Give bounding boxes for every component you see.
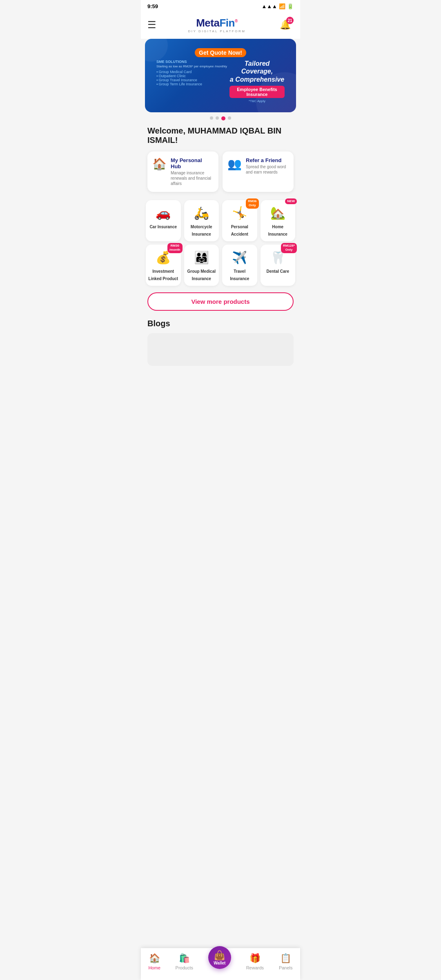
product-dental-care[interactable]: RM128*Only 🦷 Dental Care [261, 245, 296, 286]
personal-hub-desc: Manage insurance renewals and financial … [171, 170, 214, 186]
status-icons: ▲▲▲ 📶 🔋 [261, 3, 294, 9]
banner-dots [141, 116, 300, 120]
banner-coverage-label: ▪ Group Medical Card ▪ Outpatient Clinic… [156, 70, 227, 86]
dot-4[interactable] [228, 116, 231, 120]
banner-sme: SME SOLUTIONS [156, 60, 227, 64]
travel-insurance-icon: ✈️ [225, 250, 255, 265]
refer-friend-info: Refer a Friend Spread the good word and … [246, 157, 289, 175]
notification-bell[interactable]: 🔔 21 [277, 17, 294, 33]
status-bar: 9:59 ▲▲▲ 📶 🔋 [141, 0, 300, 13]
refer-friend-desc: Spread the good word and earn rewards [246, 164, 289, 175]
refer-friend-title: Refer a Friend [246, 157, 289, 163]
blogs-section-title: Blogs [141, 319, 300, 328]
travel-insurance-label: Travel Insurance [230, 269, 249, 281]
banner[interactable]: Get Quote Now! SME SOLUTIONS Starting as… [145, 39, 296, 112]
investment-linked-badge: RM30/month [167, 243, 183, 253]
brand-fin: Fin [219, 17, 235, 29]
personal-hub-card[interactable]: 🏠 My Personal Hub Manage insurance renew… [147, 151, 218, 192]
refer-friend-icon: 👥 [227, 157, 242, 171]
home-insurance-label: Home Insurance [268, 225, 287, 236]
investment-linked-label: Investment Linked Product [148, 269, 178, 281]
group-medical-label: Group Medical Insurance [187, 269, 216, 281]
app-logo: MetaFin® DIY DIGITAL PLATFORM [188, 17, 246, 33]
blog-content [147, 333, 294, 366]
banner-subtitle: Employee Benefits Insurance [229, 86, 285, 98]
products-grid: 🚗 Car Insurance 🛵 Motorcycle Insurance R… [141, 200, 300, 286]
product-car-insurance[interactable]: 🚗 Car Insurance [146, 200, 181, 241]
view-more-button[interactable]: View more products [147, 292, 294, 311]
dot-1[interactable] [210, 116, 213, 120]
personal-hub-title: My Personal Hub [171, 157, 214, 169]
personal-hub-info: My Personal Hub Manage insurance renewal… [171, 157, 214, 186]
banner-tc: *T&C Apply [229, 99, 285, 103]
banner-get-quote: Get Quote Now! [195, 48, 246, 57]
menu-button[interactable]: ☰ [147, 19, 156, 31]
banner-starting: Starting as low as RM28* per employee /m… [156, 65, 227, 68]
product-personal-accident[interactable]: RM36Only 🤸 Personal Accident [222, 200, 257, 241]
car-insurance-icon: 🚗 [148, 206, 178, 220]
personal-accident-badge: RM36Only [246, 198, 258, 209]
motorcycle-insurance-icon: 🛵 [187, 206, 217, 220]
brand-diy: DIY DIGITAL PLATFORM [188, 29, 246, 33]
signal-icon: ▲▲▲ [261, 3, 277, 9]
home-insurance-icon: 🏡 [263, 206, 293, 220]
car-insurance-label: Car Insurance [149, 225, 177, 229]
group-medical-icon: 👨‍👩‍👧 [187, 250, 217, 265]
product-investment-linked[interactable]: RM30/month 💰 Investment Linked Product [146, 245, 181, 286]
welcome-message: Welcome, MUHAMMAD IQBAL BIN ISMAIL! [141, 126, 300, 145]
brand-meta: Meta [196, 17, 219, 29]
personal-hub-icon: 🏠 [152, 157, 167, 171]
banner-content: Get Quote Now! SME SOLUTIONS Starting as… [145, 42, 296, 109]
personal-accident-label: Personal Accident [231, 225, 248, 236]
brand-name: MetaFin® [196, 17, 238, 29]
app-header: ☰ MetaFin® DIY DIGITAL PLATFORM 🔔 21 [141, 13, 300, 39]
feature-cards: 🏠 My Personal Hub Manage insurance renew… [141, 151, 300, 192]
refer-friend-card[interactable]: 👥 Refer a Friend Spread the good word an… [223, 151, 294, 192]
dot-3[interactable] [221, 116, 225, 120]
notification-badge: 21 [286, 17, 294, 24]
product-travel-insurance[interactable]: ✈️ Travel Insurance [222, 245, 257, 286]
product-motorcycle-insurance[interactable]: 🛵 Motorcycle Insurance [184, 200, 219, 241]
status-time: 9:59 [147, 3, 158, 9]
product-group-medical[interactable]: 👨‍👩‍👧 Group Medical Insurance [184, 245, 219, 286]
dental-care-badge: RM128*Only [281, 243, 297, 253]
banner-tagline: Tailored Coverage,a Comprehensive [229, 60, 285, 83]
motorcycle-insurance-label: Motorcycle Insurance [191, 225, 212, 236]
dot-2[interactable] [216, 116, 219, 120]
dental-care-label: Dental Care [266, 269, 289, 274]
battery-icon: 🔋 [287, 3, 294, 9]
home-insurance-badge: NEW [285, 198, 297, 204]
wifi-icon: 📶 [279, 3, 285, 9]
product-home-insurance[interactable]: NEW 🏡 Home Insurance [261, 200, 296, 241]
